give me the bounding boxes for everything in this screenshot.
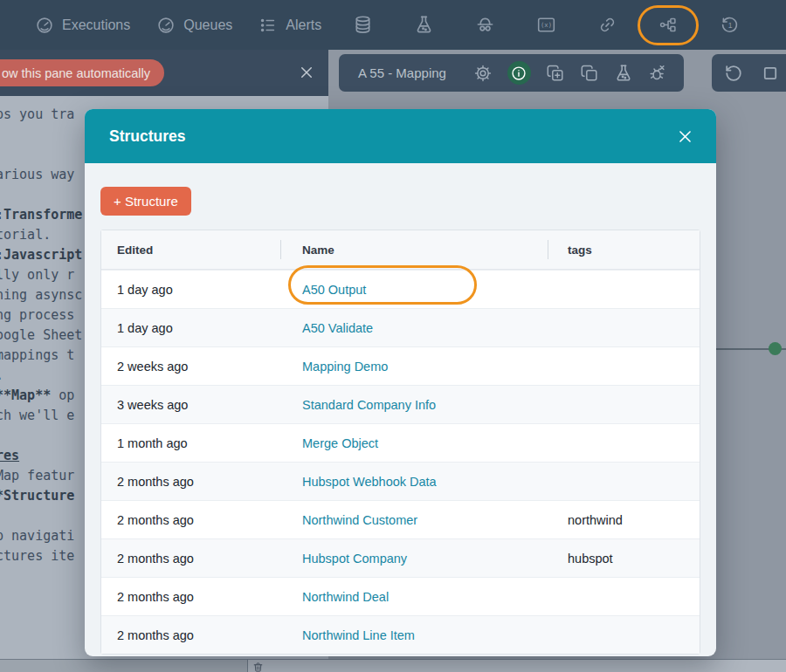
stop-icon[interactable]: [761, 64, 780, 83]
nav-button-flask[interactable]: [393, 5, 454, 45]
edited-cell: 1 month ago: [101, 436, 280, 450]
column-header-name[interactable]: Name: [280, 243, 548, 257]
doc-text-fragment: lly only r: [0, 267, 74, 283]
table-row[interactable]: 1 day agoA50 Output: [101, 270, 700, 308]
structure-link-mapping-demo[interactable]: Mapping Demo: [302, 360, 388, 374]
flask-icon[interactable]: [614, 64, 633, 83]
table-row[interactable]: 2 months agoNorthwind Line Item: [101, 615, 700, 654]
column-divider: [548, 240, 548, 259]
nav-button-spy[interactable]: [454, 5, 515, 45]
structure-link-hubspot-company[interactable]: Hubspot Company: [302, 552, 407, 566]
doc-text-fragment: ch we'll e: [0, 408, 74, 423]
gauge-icon: [156, 16, 176, 35]
doc-line: oogle Sheet: [0, 326, 82, 346]
pane-banner: ow this pane automatically: [0, 59, 164, 86]
structure-link-hubspot-webhook-data[interactable]: Hubspot Webhook Data: [302, 475, 437, 489]
database-icon: [353, 15, 373, 35]
run-toolbar: [712, 54, 786, 92]
gear-icon[interactable]: [473, 64, 493, 83]
duplicate-icon[interactable]: [580, 64, 599, 83]
doc-line: [0, 125, 82, 145]
doc-text-fragment: ng process: [0, 307, 74, 323]
table-row[interactable]: 2 months agoNorthwind Deal: [101, 577, 700, 615]
name-cell: A50 Validate: [280, 321, 548, 335]
doc-line: .: [0, 366, 82, 386]
nav-button-link[interactable]: [576, 5, 638, 45]
doc-line: *Structure: [0, 486, 82, 506]
table-row[interactable]: 2 weeks agoMapping Demo: [101, 346, 700, 385]
edited-cell: 2 weeks ago: [101, 360, 280, 374]
doc-line: arious way: [0, 165, 82, 185]
doc-text-fragment: oogle Sheet: [0, 327, 82, 343]
nav-button-history[interactable]: 1: [699, 5, 760, 45]
doc-line: ch we'll e: [0, 406, 82, 426]
structure-link-northwind-customer[interactable]: Northwind Customer: [302, 513, 417, 527]
doc-text-fragment: ps you tra: [0, 106, 74, 122]
nav-item-executions[interactable]: Executions: [35, 16, 130, 35]
code-box-icon: (x): [536, 15, 556, 35]
table-row[interactable]: 2 months agoHubspot Webhook Data: [101, 462, 700, 500]
link-icon: [597, 15, 617, 35]
column-header-edited[interactable]: Edited: [101, 243, 280, 257]
table-row[interactable]: 1 day agoA50 Validate: [101, 308, 700, 346]
doc-line: lly only r: [0, 265, 82, 285]
top-nav: ExecutionsQueuesAlerts (x)1: [0, 0, 786, 50]
close-modal-icon[interactable]: [677, 128, 693, 145]
table-row[interactable]: 2 months agoNorthwind Customernorthwind: [101, 500, 700, 538]
doc-text-fragment: ctures ite: [0, 548, 74, 564]
structure-link-merge-object[interactable]: Merge Object: [302, 436, 378, 450]
nav-button-code-box[interactable]: (x): [515, 5, 576, 45]
nav-button-database[interactable]: [332, 5, 393, 45]
nav-item-label: Queues: [183, 17, 232, 33]
doc-text-fragment: mappings t: [0, 347, 74, 363]
structure-link-northwind-line-item[interactable]: Northwind Line Item: [302, 628, 415, 642]
duplicate-plus-icon[interactable]: [546, 64, 565, 83]
doc-text-fragment: p navigati: [0, 528, 74, 544]
spy-icon: [475, 15, 495, 35]
structure-link-a50-validate[interactable]: A50 Validate: [302, 321, 373, 335]
pane-banner-label: ow this pane automatically: [2, 66, 150, 80]
table-row[interactable]: 2 months agoHubspot Companyhubspot: [101, 538, 700, 577]
nav-item-alerts[interactable]: Alerts: [259, 16, 321, 35]
nav-items: ExecutionsQueuesAlerts: [35, 16, 321, 35]
doc-line: :Javascript: [0, 245, 82, 265]
structure-link-a50-output[interactable]: A50 Output: [302, 283, 366, 297]
doc-text-fragment: torial.: [0, 227, 51, 243]
doc-text-fragment: res: [0, 448, 19, 463]
add-structure-button[interactable]: + Structure: [100, 187, 191, 216]
structure-link-northwind-deal[interactable]: Northwind Deal: [302, 590, 389, 604]
doc-text-fragment: op: [51, 387, 74, 403]
name-cell: Northwind Deal: [280, 590, 548, 604]
tags-cell: hubspot: [548, 552, 700, 566]
svg-text:(x): (x): [541, 21, 552, 29]
close-pane-icon[interactable]: [299, 65, 314, 80]
undo-icon[interactable]: [724, 64, 743, 83]
nav-item-queues[interactable]: Queues: [156, 16, 232, 35]
name-cell: A50 Output: [280, 283, 548, 297]
doc-text-fragment: :Transforme: [0, 207, 82, 223]
name-cell: Mapping Demo: [280, 360, 548, 374]
column-header-tags[interactable]: tags: [548, 243, 700, 257]
name-cell: Hubspot Webhook Data: [280, 475, 548, 489]
nav-button-structure-highlighted[interactable]: [638, 5, 699, 45]
modal-header: Structures: [85, 109, 716, 163]
doc-text-fragment: :Javascript: [0, 247, 82, 263]
structures-modal: Structures + Structure Edited Name tags …: [85, 109, 716, 656]
info-status-badge[interactable]: [507, 61, 531, 85]
doc-line: [0, 506, 82, 526]
bug-off-icon[interactable]: [648, 64, 667, 83]
edited-cell: 1 day ago: [101, 321, 280, 335]
flow-toolbar-icons: [473, 61, 667, 85]
doc-line: [0, 185, 82, 205]
table-row[interactable]: 3 weeks agoStandard Company Info: [101, 385, 700, 423]
doc-line: [0, 426, 82, 446]
flow-node-dot[interactable]: [769, 342, 782, 355]
structure-link-standard-company-info[interactable]: Standard Company Info: [302, 398, 436, 412]
svg-text:1: 1: [727, 21, 732, 30]
table-row[interactable]: 1 month agoMerge Object: [101, 423, 700, 462]
nav-item-label: Alerts: [286, 17, 321, 33]
app-window: ExecutionsQueuesAlerts (x)1 ow this pane…: [0, 0, 786, 672]
edited-cell: 2 months ago: [101, 628, 280, 642]
trash-icon[interactable]: [252, 662, 264, 672]
edited-cell: 2 months ago: [101, 552, 280, 566]
